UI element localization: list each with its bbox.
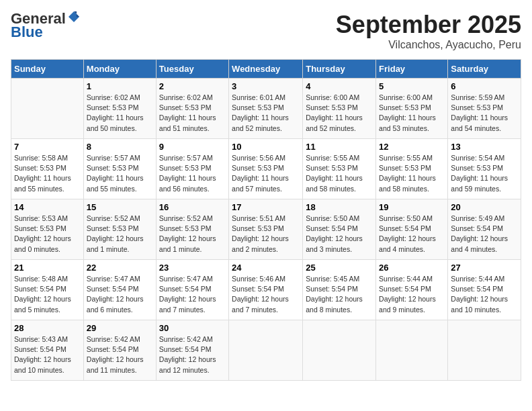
day-info: Sunrise: 5:42 AMSunset: 5:54 PMDaylight:… (87, 334, 153, 375)
day-info: Sunrise: 5:55 AMSunset: 5:53 PMDaylight:… (306, 153, 373, 194)
day-number: 4 (306, 81, 373, 91)
day-number: 7 (14, 142, 81, 152)
day-info: Sunrise: 5:52 AMSunset: 5:53 PMDaylight:… (159, 214, 226, 255)
day-number: 14 (14, 202, 81, 212)
day-number: 30 (159, 323, 226, 333)
calendar-week-2: 7Sunrise: 5:58 AMSunset: 5:53 PMDaylight… (11, 139, 521, 199)
title-block: September 2025 Vilcanchos, Ayacucho, Per… (336, 11, 521, 51)
day-number: 27 (451, 263, 518, 273)
day-number: 15 (87, 202, 153, 212)
calendar-cell: 28Sunrise: 5:43 AMSunset: 5:54 PMDayligh… (11, 320, 84, 381)
calendar-cell (303, 320, 376, 381)
calendar-cell: 19Sunrise: 5:50 AMSunset: 5:54 PMDayligh… (376, 199, 448, 260)
day-info: Sunrise: 5:48 AMSunset: 5:54 PMDaylight:… (14, 274, 81, 315)
day-number: 12 (379, 142, 445, 152)
calendar-cell: 2Sunrise: 6:02 AMSunset: 5:53 PMDaylight… (156, 79, 228, 139)
calendar-cell (448, 320, 521, 381)
day-info: Sunrise: 5:54 AMSunset: 5:53 PMDaylight:… (451, 153, 518, 194)
day-info: Sunrise: 5:50 AMSunset: 5:54 PMDaylight:… (306, 214, 373, 255)
calendar-cell: 20Sunrise: 5:49 AMSunset: 5:54 PMDayligh… (448, 199, 521, 260)
day-info: Sunrise: 5:47 AMSunset: 5:54 PMDaylight:… (87, 274, 153, 315)
day-number: 11 (306, 142, 373, 152)
calendar-cell: 27Sunrise: 5:44 AMSunset: 5:54 PMDayligh… (448, 260, 521, 320)
calendar-cell: 1Sunrise: 6:02 AMSunset: 5:53 PMDaylight… (83, 79, 156, 139)
header-tuesday: Tuesday (156, 60, 228, 79)
calendar-cell: 22Sunrise: 5:47 AMSunset: 5:54 PMDayligh… (83, 260, 156, 320)
calendar-cell (11, 79, 84, 139)
day-info: Sunrise: 5:42 AMSunset: 5:54 PMDaylight:… (159, 334, 226, 375)
logo-blue-text: Blue (11, 24, 43, 40)
calendar-week-1: 1Sunrise: 6:02 AMSunset: 5:53 PMDaylight… (11, 79, 521, 139)
calendar-cell: 26Sunrise: 5:44 AMSunset: 5:54 PMDayligh… (376, 260, 448, 320)
month-title: September 2025 (336, 11, 521, 39)
header-sunday: Sunday (11, 60, 84, 79)
logo: General Blue (11, 11, 81, 40)
day-number: 20 (451, 202, 518, 212)
calendar-cell: 17Sunrise: 5:51 AMSunset: 5:53 PMDayligh… (229, 199, 303, 260)
day-info: Sunrise: 5:46 AMSunset: 5:54 PMDaylight:… (232, 274, 300, 315)
calendar-cell (376, 320, 448, 381)
day-number: 6 (451, 81, 518, 91)
day-info: Sunrise: 5:43 AMSunset: 5:54 PMDaylight:… (14, 334, 81, 375)
day-info: Sunrise: 5:58 AMSunset: 5:53 PMDaylight:… (14, 153, 81, 194)
day-info: Sunrise: 5:50 AMSunset: 5:54 PMDaylight:… (379, 214, 445, 255)
calendar-cell: 23Sunrise: 5:47 AMSunset: 5:54 PMDayligh… (156, 260, 228, 320)
calendar-cell: 21Sunrise: 5:48 AMSunset: 5:54 PMDayligh… (11, 260, 84, 320)
day-number: 22 (87, 263, 153, 273)
calendar-cell: 24Sunrise: 5:46 AMSunset: 5:54 PMDayligh… (229, 260, 303, 320)
day-info: Sunrise: 6:02 AMSunset: 5:53 PMDaylight:… (87, 93, 153, 134)
day-info: Sunrise: 5:59 AMSunset: 5:53 PMDaylight:… (451, 93, 518, 134)
day-number: 19 (379, 202, 445, 212)
page-header: General Blue September 2025 Vilcanchos, … (11, 11, 521, 51)
day-info: Sunrise: 5:53 AMSunset: 5:53 PMDaylight:… (14, 214, 81, 255)
calendar-cell: 25Sunrise: 5:45 AMSunset: 5:54 PMDayligh… (303, 260, 376, 320)
day-number: 18 (306, 202, 373, 212)
calendar-cell: 14Sunrise: 5:53 AMSunset: 5:53 PMDayligh… (11, 199, 84, 260)
day-number: 1 (87, 81, 153, 91)
day-number: 13 (451, 142, 518, 152)
calendar-cell: 29Sunrise: 5:42 AMSunset: 5:54 PMDayligh… (83, 320, 156, 381)
day-number: 17 (232, 202, 300, 212)
calendar-cell: 6Sunrise: 5:59 AMSunset: 5:53 PMDaylight… (448, 79, 521, 139)
day-info: Sunrise: 5:44 AMSunset: 5:54 PMDaylight:… (451, 274, 518, 315)
calendar-cell: 18Sunrise: 5:50 AMSunset: 5:54 PMDayligh… (303, 199, 376, 260)
header-friday: Friday (376, 60, 448, 79)
logo-icon (67, 10, 81, 24)
calendar-cell: 4Sunrise: 6:00 AMSunset: 5:53 PMDaylight… (303, 79, 376, 139)
day-number: 16 (159, 202, 226, 212)
calendar-week-4: 21Sunrise: 5:48 AMSunset: 5:54 PMDayligh… (11, 260, 521, 320)
day-number: 2 (159, 81, 226, 91)
calendar-cell: 16Sunrise: 5:52 AMSunset: 5:53 PMDayligh… (156, 199, 228, 260)
calendar-cell: 8Sunrise: 5:57 AMSunset: 5:53 PMDaylight… (83, 139, 156, 199)
day-info: Sunrise: 5:52 AMSunset: 5:53 PMDaylight:… (87, 214, 153, 255)
location-subtitle: Vilcanchos, Ayacucho, Peru (336, 39, 521, 51)
header-monday: Monday (83, 60, 156, 79)
calendar-week-5: 28Sunrise: 5:43 AMSunset: 5:54 PMDayligh… (11, 320, 521, 381)
day-info: Sunrise: 5:55 AMSunset: 5:53 PMDaylight:… (379, 153, 445, 194)
calendar-cell: 3Sunrise: 6:01 AMSunset: 5:53 PMDaylight… (229, 79, 303, 139)
calendar-cell (229, 320, 303, 381)
calendar-cell: 10Sunrise: 5:56 AMSunset: 5:53 PMDayligh… (229, 139, 303, 199)
day-number: 24 (232, 263, 300, 273)
calendar-header-row: SundayMondayTuesdayWednesdayThursdayFrid… (11, 60, 521, 79)
calendar-cell: 9Sunrise: 5:57 AMSunset: 5:53 PMDaylight… (156, 139, 228, 199)
calendar-cell: 7Sunrise: 5:58 AMSunset: 5:53 PMDaylight… (11, 139, 84, 199)
calendar-cell: 13Sunrise: 5:54 AMSunset: 5:53 PMDayligh… (448, 139, 521, 199)
day-info: Sunrise: 5:44 AMSunset: 5:54 PMDaylight:… (379, 274, 445, 315)
calendar-cell: 5Sunrise: 6:00 AMSunset: 5:53 PMDaylight… (376, 79, 448, 139)
day-info: Sunrise: 5:56 AMSunset: 5:53 PMDaylight:… (232, 153, 300, 194)
day-info: Sunrise: 5:45 AMSunset: 5:54 PMDaylight:… (306, 274, 373, 315)
calendar-week-3: 14Sunrise: 5:53 AMSunset: 5:53 PMDayligh… (11, 199, 521, 260)
day-number: 5 (379, 81, 445, 91)
calendar-cell: 12Sunrise: 5:55 AMSunset: 5:53 PMDayligh… (376, 139, 448, 199)
calendar-cell: 15Sunrise: 5:52 AMSunset: 5:53 PMDayligh… (83, 199, 156, 260)
day-info: Sunrise: 6:00 AMSunset: 5:53 PMDaylight:… (306, 93, 373, 134)
calendar-cell: 11Sunrise: 5:55 AMSunset: 5:53 PMDayligh… (303, 139, 376, 199)
day-number: 29 (87, 323, 153, 333)
calendar-cell: 30Sunrise: 5:42 AMSunset: 5:54 PMDayligh… (156, 320, 228, 381)
day-info: Sunrise: 5:57 AMSunset: 5:53 PMDaylight:… (87, 153, 153, 194)
day-info: Sunrise: 6:00 AMSunset: 5:53 PMDaylight:… (379, 93, 445, 134)
day-info: Sunrise: 5:57 AMSunset: 5:53 PMDaylight:… (159, 153, 226, 194)
day-number: 25 (306, 263, 373, 273)
calendar-table: SundayMondayTuesdayWednesdayThursdayFrid… (11, 59, 521, 381)
